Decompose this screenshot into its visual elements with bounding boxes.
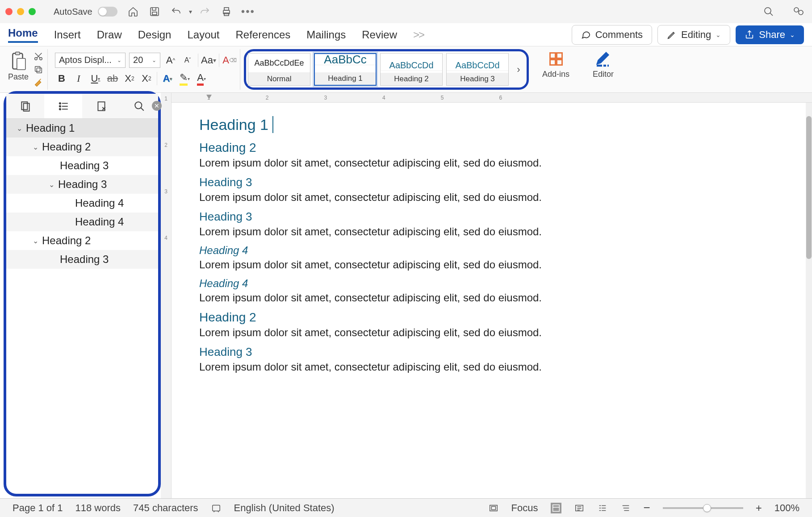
minimize-window-icon[interactable] [17, 8, 24, 15]
clear-format-icon[interactable]: A⌫ [223, 54, 236, 67]
doc-paragraph[interactable]: Lorem ipsum dolor sit amet, consectetur … [199, 292, 806, 304]
outline-item[interactable]: ⌄Heading 2 [6, 231, 158, 250]
outline-item[interactable]: ⌄Heading 2 [6, 138, 158, 156]
tab-draw[interactable]: Draw [97, 29, 122, 41]
tab-references[interactable]: References [236, 29, 291, 41]
outline-item[interactable]: Heading 3 [6, 156, 158, 175]
change-case-icon[interactable]: Aa▾ [202, 54, 215, 67]
style-heading-1[interactable]: AaBbCcHeading 1 [314, 53, 377, 86]
subscript-button[interactable]: X2 [123, 72, 136, 85]
outline-item[interactable]: ⌄Heading 1 [6, 119, 158, 138]
focus-icon[interactable] [488, 503, 499, 513]
zoom-out-button[interactable]: − [644, 501, 650, 515]
account-icon[interactable] [792, 6, 804, 17]
close-pane-icon[interactable]: ✕ [152, 101, 162, 111]
doc-heading[interactable]: Heading 3 [199, 175, 806, 189]
autosave-toggle[interactable] [98, 7, 117, 17]
doc-heading[interactable]: Heading 4 [199, 244, 806, 257]
page-count[interactable]: Page 1 of 1 [13, 502, 63, 514]
doc-paragraph[interactable]: Lorem ipsum dolor sit amet, consectetur … [199, 157, 806, 169]
italic-button[interactable]: I [72, 72, 85, 85]
doc-heading-1[interactable]: Heading 1 [199, 116, 806, 133]
char-count[interactable]: 745 characters [133, 502, 198, 514]
doc-heading[interactable]: Heading 3 [199, 345, 806, 359]
font-color-icon[interactable]: A▾ [195, 72, 208, 85]
style-heading-2[interactable]: AaBbCcDdHeading 2 [380, 53, 443, 86]
tab-design[interactable]: Design [138, 29, 172, 41]
redo-icon[interactable] [199, 6, 211, 17]
cut-icon[interactable] [33, 51, 44, 62]
accessibility-icon[interactable] [211, 503, 222, 513]
font-size-selector[interactable]: 20⌄ [129, 53, 160, 68]
review-tab[interactable] [82, 94, 120, 118]
thumbnails-tab[interactable] [6, 94, 44, 118]
headings-tab[interactable] [44, 94, 82, 118]
fullscreen-window-icon[interactable] [29, 8, 36, 15]
strikethrough-button[interactable]: ab [106, 72, 119, 85]
editor-button[interactable]: Editor [586, 51, 620, 79]
bold-button[interactable]: B [55, 72, 68, 85]
tabs-overflow[interactable]: >> [413, 29, 424, 41]
doc-paragraph[interactable]: Lorem ipsum dolor sit amet, consectetur … [199, 361, 806, 373]
shrink-font-icon[interactable]: Aˇ [181, 54, 194, 67]
tab-home[interactable]: Home [8, 27, 38, 43]
chevron-down-icon[interactable]: ⌄ [46, 180, 56, 189]
style-heading-3[interactable]: AaBbCcDdHeading 3 [446, 53, 509, 86]
outline-item[interactable]: Heading 4 [6, 213, 158, 231]
comments-button[interactable]: Comments [572, 25, 652, 45]
close-window-icon[interactable] [5, 8, 13, 15]
zoom-in-button[interactable]: + [756, 502, 762, 514]
doc-paragraph[interactable]: Lorem ipsum dolor sit amet, consectetur … [199, 326, 806, 339]
zoom-level[interactable]: 100% [774, 502, 799, 514]
zoom-slider[interactable] [663, 507, 743, 509]
chevron-down-icon[interactable]: ⌄ [30, 237, 40, 245]
save-icon[interactable] [149, 6, 160, 17]
more-icon[interactable]: ••• [241, 5, 255, 18]
copy-icon[interactable] [33, 64, 44, 75]
outline-item[interactable]: ⌄Heading 3 [6, 175, 158, 194]
doc-heading[interactable]: Heading 3 [199, 210, 806, 224]
zoom-knob[interactable] [703, 504, 711, 512]
language[interactable]: English (United States) [234, 502, 335, 514]
vertical-scrollbar[interactable] [806, 103, 812, 498]
paste-label[interactable]: Paste [8, 72, 29, 82]
scrollbar-thumb[interactable] [806, 116, 812, 259]
doc-paragraph[interactable]: Lorem ipsum dolor sit amet, consectetur … [199, 225, 806, 238]
search-icon[interactable] [763, 6, 774, 17]
chevron-down-icon[interactable]: ⌄ [14, 124, 24, 133]
outline-view-icon[interactable] [597, 503, 608, 513]
doc-paragraph[interactable]: Lorem ipsum dolor sit amet, consectetur … [199, 258, 806, 271]
format-painter-icon[interactable] [33, 78, 44, 88]
underline-button[interactable]: U▾ [89, 72, 102, 85]
styles-next-icon[interactable]: › [512, 53, 525, 86]
undo-icon[interactable] [170, 6, 182, 17]
tab-mailings[interactable]: Mailings [306, 29, 346, 41]
share-button[interactable]: Share ⌄ [736, 25, 804, 44]
tab-layout[interactable]: Layout [187, 29, 219, 41]
home-icon[interactable] [127, 6, 139, 17]
tab-review[interactable]: Review [362, 29, 397, 41]
tab-insert[interactable]: Insert [54, 29, 81, 41]
grow-font-icon[interactable]: A^ [164, 54, 177, 67]
chevron-down-icon[interactable]: ⌄ [30, 143, 40, 151]
doc-paragraph[interactable]: Lorem ipsum dolor sit amet, consectetur … [199, 191, 806, 204]
style-normal[interactable]: AaBbCcDdEeNormal [248, 53, 310, 86]
draft-view-icon[interactable] [620, 503, 631, 513]
outline-item[interactable]: Heading 3 [6, 250, 158, 269]
focus-label[interactable]: Focus [511, 502, 538, 514]
print-icon[interactable] [221, 6, 232, 17]
undo-dropdown[interactable]: ▾ [189, 8, 192, 15]
print-layout-icon[interactable] [551, 503, 561, 513]
font-selector[interactable]: Aptos Displ...⌄ [55, 53, 126, 68]
doc-heading[interactable]: Heading 4 [199, 277, 806, 290]
word-count[interactable]: 118 words [75, 502, 121, 514]
outline-item[interactable]: Heading 4 [6, 194, 158, 213]
text-effects-icon[interactable]: A▾ [161, 72, 174, 85]
document-page[interactable]: Heading 1 Heading 2Lorem ipsum dolor sit… [172, 103, 806, 498]
doc-heading[interactable]: Heading 2 [199, 310, 806, 325]
doc-heading[interactable]: Heading 2 [199, 141, 806, 155]
superscript-button[interactable]: X2 [140, 72, 153, 85]
web-layout-icon[interactable] [574, 503, 585, 513]
highlight-icon[interactable]: ✎▾ [178, 72, 191, 85]
editing-mode-button[interactable]: Editing ⌄ [657, 25, 730, 45]
